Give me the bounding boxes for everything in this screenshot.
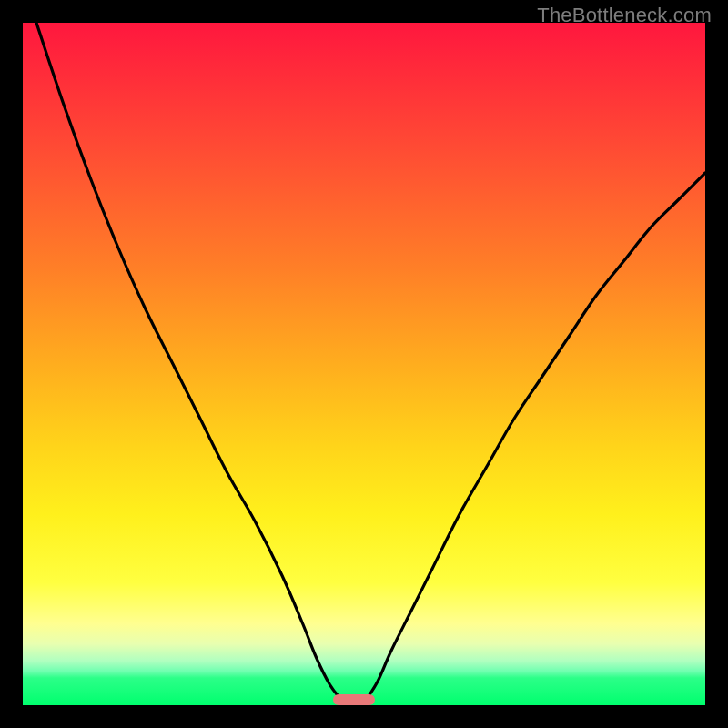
- bottleneck-marker: [333, 694, 375, 705]
- left-curve: [36, 23, 341, 700]
- plot-area: [23, 23, 705, 705]
- chart-frame: { "watermark": "TheBottleneck.com", "col…: [0, 0, 728, 728]
- curve-layer: [23, 23, 705, 705]
- right-curve: [366, 173, 705, 700]
